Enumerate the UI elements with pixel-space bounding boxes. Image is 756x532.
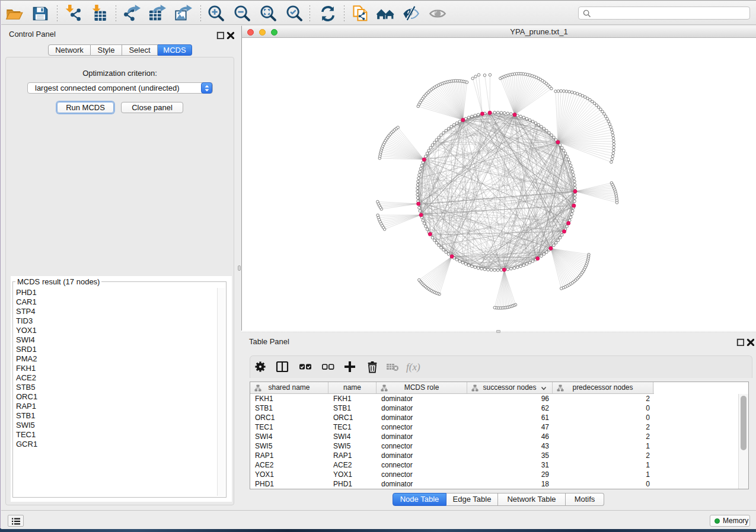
unselect-all-columns-button[interactable] xyxy=(319,358,337,376)
new-network-from-selection-button[interactable] xyxy=(350,4,371,24)
tab-mcds[interactable]: MCDS xyxy=(158,44,192,56)
mcds-list-scrollbar[interactable] xyxy=(217,288,225,496)
table-row[interactable]: SWI4SWI4dominator462 xyxy=(250,432,739,441)
search-input[interactable] xyxy=(593,8,747,18)
table-toolbar xyxy=(250,355,752,378)
task-history-button[interactable] xyxy=(8,515,24,527)
cytoscape-window: Control Panel NetworkStyleSelectMCDS Opt… xyxy=(0,0,756,528)
network-window-title: YPA_prune.txt_1 xyxy=(510,27,567,36)
export-network-button[interactable] xyxy=(122,4,142,24)
zoom-fit-button[interactable] xyxy=(259,4,279,24)
mcds-node-item[interactable]: STB5 xyxy=(14,383,217,392)
mcds-result-panel: MCDS result (17 nodes) PHD1CAR1STP4TID3Y… xyxy=(11,276,232,502)
export-table-button[interactable] xyxy=(147,4,167,24)
maximize-window-light[interactable] xyxy=(271,29,277,36)
column-header-shared-name[interactable]: shared name xyxy=(250,382,328,393)
mcds-node-item[interactable]: RAP1 xyxy=(14,402,217,411)
table-cell: 47 xyxy=(467,422,553,432)
table-row[interactable]: PHD1PHD1dominator180 xyxy=(250,479,739,489)
close-panel-icon[interactable] xyxy=(226,31,234,39)
run-mcds-button[interactable]: Run MCDS xyxy=(57,102,114,113)
tab-network[interactable]: Network xyxy=(48,44,91,56)
splitter-handle[interactable] xyxy=(238,265,241,271)
mcds-node-item[interactable]: PHD1 xyxy=(14,288,217,297)
table-cell: SWI4 xyxy=(250,432,328,441)
mcds-result-list[interactable]: PHD1CAR1STP4TID3YOX1SWI4SRD1PMA2FKH1ACE2… xyxy=(14,288,217,496)
column-header-predecessor-nodes[interactable]: predecessor nodes xyxy=(553,382,653,393)
mcds-node-item[interactable]: GCR1 xyxy=(14,440,217,449)
save-session-button[interactable] xyxy=(30,4,50,24)
mcds-node-item[interactable]: CAR1 xyxy=(14,297,217,307)
mcds-node-item[interactable]: TEC1 xyxy=(14,430,217,440)
table-row[interactable]: YOX1YOX1connector291 xyxy=(250,470,739,479)
table-cell: 31 xyxy=(467,460,553,470)
export-image-button[interactable] xyxy=(173,4,193,24)
hide-selected-button[interactable] xyxy=(401,4,421,24)
table-scrollbar[interactable] xyxy=(738,394,748,489)
gear-icon xyxy=(253,360,267,374)
create-column-button[interactable] xyxy=(341,358,359,376)
close-window-light[interactable] xyxy=(247,29,254,36)
mcds-node-item[interactable]: STB1 xyxy=(14,411,217,421)
tab-motifs[interactable]: Motifs xyxy=(566,493,604,506)
show-all-button[interactable] xyxy=(428,4,448,24)
close-panel-button[interactable]: Close panel xyxy=(121,102,183,113)
zoom-out-button[interactable] xyxy=(232,4,253,24)
mcds-node-item[interactable]: SWI5 xyxy=(14,421,217,430)
memory-button[interactable]: Memory xyxy=(710,515,750,527)
table-cell: dominator xyxy=(377,403,467,413)
minimize-window-light[interactable] xyxy=(259,29,266,36)
mcds-node-item[interactable]: YOX1 xyxy=(14,326,217,335)
function-builder-button[interactable] xyxy=(403,358,421,376)
first-neighbors-button[interactable] xyxy=(375,4,395,24)
mcds-node-item[interactable]: ACE2 xyxy=(14,373,217,383)
table-cell: ACE2 xyxy=(328,460,377,470)
tab-edge-table[interactable]: Edge Table xyxy=(446,493,498,506)
table-cell: 43 xyxy=(467,441,553,451)
network-canvas[interactable] xyxy=(241,38,756,331)
tab-style[interactable]: Style xyxy=(91,44,122,56)
delete-column-button[interactable] xyxy=(363,358,381,376)
import-table-button[interactable] xyxy=(90,4,110,24)
table-row[interactable]: RAP1RAP1dominator352 xyxy=(250,451,739,460)
column-header-MCDS-role[interactable]: MCDS role xyxy=(377,382,467,393)
table-row[interactable]: TEC1TEC1connector472 xyxy=(250,422,739,432)
open-session-button[interactable] xyxy=(4,4,24,24)
table-cell: STB1 xyxy=(328,403,377,413)
select-all-columns-button[interactable] xyxy=(296,358,314,376)
show-columns-button[interactable] xyxy=(273,358,291,376)
toolbar-separator xyxy=(200,5,201,21)
table-row[interactable]: STB1STB1dominator620 xyxy=(250,403,739,413)
float-panel-icon[interactable] xyxy=(216,31,224,39)
table-cell: RAP1 xyxy=(328,451,377,460)
mcds-node-item[interactable]: ORC1 xyxy=(14,392,217,402)
column-header-name[interactable]: name xyxy=(328,382,377,393)
tab-select[interactable]: Select xyxy=(122,44,158,56)
mcds-node-item[interactable]: FKH1 xyxy=(14,364,217,373)
apply-layout-button[interactable] xyxy=(318,4,338,24)
dropdown-stepper-icon xyxy=(201,82,212,94)
close-table-panel-icon[interactable] xyxy=(746,338,754,346)
mcds-node-item[interactable]: SWI4 xyxy=(14,335,217,345)
column-header-successor-nodes[interactable]: successor nodes xyxy=(467,382,553,393)
table-row[interactable]: FKH1FKH1dominator962 xyxy=(250,394,739,403)
table-row[interactable]: SWI5SWI5connector431 xyxy=(250,441,739,451)
import-network-button[interactable] xyxy=(63,4,84,24)
zoom-in-button[interactable] xyxy=(206,4,227,24)
tab-network-table[interactable]: Network Table xyxy=(498,493,566,506)
mcds-node-item[interactable]: STP4 xyxy=(14,307,217,316)
tab-node-table[interactable]: Node Table xyxy=(393,493,446,506)
mcds-node-item[interactable]: TID3 xyxy=(14,316,217,326)
mcds-node-item[interactable]: PMA2 xyxy=(14,354,217,364)
table-panel-title: Table Panel xyxy=(249,337,289,346)
criterion-dropdown[interactable]: largest connected component (undirected) xyxy=(27,82,213,94)
network-window-titlebar[interactable]: YPA_prune.txt_1 xyxy=(241,25,756,38)
mcds-node-item[interactable]: SRD1 xyxy=(14,345,217,354)
table-row[interactable]: ORC1ORC1dominator610 xyxy=(250,413,739,422)
float-table-panel-icon[interactable] xyxy=(736,338,744,346)
table-settings-button[interactable] xyxy=(251,358,269,376)
table-scrollbar-thumb[interactable] xyxy=(741,396,747,450)
table-row[interactable]: ACE2ACE2connector311 xyxy=(250,460,739,470)
delete-table-button[interactable] xyxy=(384,358,401,376)
zoom-selected-button[interactable] xyxy=(285,4,305,24)
